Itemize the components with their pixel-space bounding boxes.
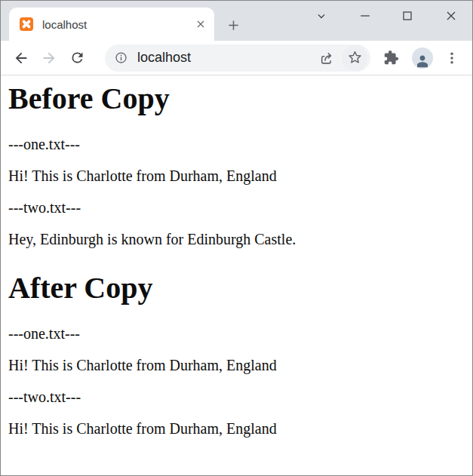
browser-tab-localhost[interactable]: localhost — [9, 8, 214, 41]
tab-strip: localhost — [1, 1, 472, 41]
window-maximize-button[interactable] — [393, 3, 422, 28]
browser-toolbar: localhost — [1, 41, 472, 75]
tab-close-icon[interactable] — [193, 17, 208, 32]
share-icon[interactable] — [316, 47, 339, 69]
file-label-one: ---one.txt--- — [8, 136, 465, 153]
file-content-one-after: Hi! This is Charlotte from Durham, Engla… — [8, 357, 465, 374]
file-content-two: Hey, Edinburgh is known for Edinburgh Ca… — [8, 231, 465, 248]
profile-avatar[interactable] — [412, 48, 433, 69]
site-info-icon[interactable] — [114, 51, 128, 65]
window-close-button[interactable] — [437, 3, 465, 28]
address-bar[interactable]: localhost — [105, 45, 370, 72]
file-label-two-after: ---two.txt--- — [8, 388, 465, 406]
new-tab-button[interactable] — [224, 16, 242, 34]
file-content-one: Hi! This is Charlotte from Durham, Engla… — [8, 167, 465, 185]
kebab-menu-icon[interactable] — [441, 45, 462, 71]
person-icon — [414, 52, 431, 69]
tab-search-chevron-down-icon[interactable] — [307, 3, 336, 28]
file-label-one-after: ---one.txt--- — [8, 325, 465, 342]
forward-button[interactable] — [36, 45, 62, 71]
window-minimize-button[interactable] — [351, 3, 379, 28]
file-content-two-after: Hi! This is Charlotte from Durham, Engla… — [8, 420, 465, 438]
browser-window: localhost — [0, 0, 473, 476]
back-button[interactable] — [8, 45, 34, 71]
heading-after-copy: After Copy — [8, 271, 465, 306]
extensions-puzzle-icon[interactable] — [378, 45, 404, 71]
reload-button[interactable] — [64, 45, 90, 71]
file-label-two: ---two.txt--- — [8, 199, 465, 217]
heading-before-copy: Before Copy — [8, 81, 465, 116]
page-content: Before Copy ---one.txt--- Hi! This is Ch… — [1, 81, 472, 438]
xampp-icon — [20, 17, 33, 31]
url-text[interactable]: localhost — [137, 50, 316, 66]
tab-title: localhost — [42, 18, 193, 31]
bookmark-star-icon[interactable] — [342, 45, 367, 71]
